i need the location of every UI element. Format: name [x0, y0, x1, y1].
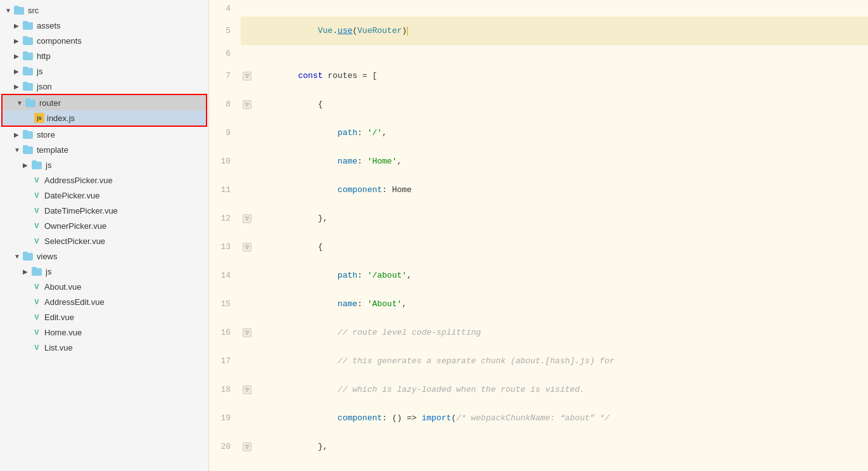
- folder-icon-src: [14, 6, 25, 15]
- line-num-18: 18: [209, 375, 241, 404]
- tree-item-json[interactable]: ▶ json: [0, 79, 208, 94]
- label-http: http: [37, 51, 51, 61]
- fold-marker-18[interactable]: ▽: [243, 385, 252, 394]
- code-content-10: name: 'Home',: [253, 147, 868, 176]
- fold-20[interactable]: ▽: [241, 432, 253, 461]
- fold-17: [241, 347, 253, 375]
- label-views: views: [37, 252, 58, 261]
- tree-item-addresspicker[interactable]: V AddressPicker.vue: [0, 172, 208, 188]
- code-line-19: 19 component: () => import(/* webpackChu…: [209, 404, 868, 432]
- vue-ref: Vue: [318, 26, 333, 35]
- file-tree[interactable]: ▼ src ▶ assets ▶ components ▶ http ▶ js …: [0, 0, 209, 471]
- arrow-template-js[interactable]: ▶: [23, 162, 32, 169]
- fold-marker-12[interactable]: ▽: [243, 214, 252, 223]
- line-num-12: 12: [209, 204, 241, 233]
- tree-item-components[interactable]: ▶ components: [0, 33, 208, 48]
- code-line-15: 15 name: 'About',: [209, 290, 868, 318]
- comment-lazy: // which is lazy-loaded when the route i…: [338, 385, 585, 394]
- code-line-12: 12 ▽ },: [209, 204, 868, 233]
- arrow-store[interactable]: ▶: [14, 131, 23, 138]
- tree-item-list[interactable]: V List.vue: [0, 340, 208, 355]
- tree-item-views-js[interactable]: ▶ js: [0, 264, 208, 279]
- line-num-21: 21: [209, 461, 241, 471]
- code-line-13: 13 ▽ {: [209, 233, 868, 261]
- tree-item-views[interactable]: ▼ views: [0, 248, 208, 264]
- code-editor[interactable]: 4 5 Vue.use(VueRouter) 6 7 ▽ const route…: [209, 0, 868, 471]
- tree-item-selectpicker[interactable]: V SelectPicker.vue: [0, 233, 208, 248]
- fold-7[interactable]: ▽: [241, 61, 253, 90]
- code-line-7: 7 ▽ const routes = [: [209, 61, 868, 90]
- code-content-15: name: 'About',: [253, 290, 868, 318]
- vue-icon-edit: V: [32, 312, 42, 322]
- folder-icon-json: [23, 82, 34, 91]
- tree-item-router[interactable]: ▼ router: [3, 95, 206, 110]
- label-datetimepicker: DateTimePicker.vue: [44, 206, 118, 216]
- folder-icon-js: [23, 67, 34, 75]
- arrow-json[interactable]: ▶: [14, 83, 23, 90]
- fold-marker-7[interactable]: ▽: [243, 72, 252, 81]
- label-addresspicker: AddressPicker.vue: [44, 176, 113, 185]
- tree-item-datepicker[interactable]: V DatePicker.vue: [0, 188, 208, 203]
- code-line-8: 8 ▽ {: [209, 90, 868, 119]
- fold-21[interactable]: ▽: [241, 461, 253, 471]
- folder-icon-components: [23, 36, 34, 45]
- code-content-6: [253, 45, 868, 61]
- arrow-views-js[interactable]: ▶: [23, 268, 32, 275]
- tree-item-home[interactable]: V Home.vue: [0, 325, 208, 340]
- tree-item-template[interactable]: ▼ template: [0, 142, 208, 157]
- fold-4: [241, 0, 253, 16]
- arrow-assets[interactable]: ▶: [14, 22, 23, 29]
- tree-item-ownerpicker[interactable]: V OwnerPicker.vue: [0, 218, 208, 233]
- code-table: 4 5 Vue.use(VueRouter) 6 7 ▽ const route…: [209, 0, 868, 471]
- fold-marker-20[interactable]: ▽: [243, 442, 252, 451]
- fold-18[interactable]: ▽: [241, 375, 253, 404]
- tree-item-addressedit[interactable]: V AddressEdit.vue: [0, 294, 208, 309]
- code-content-9: path: '/',: [253, 119, 868, 147]
- code-line-16: 16 ▽ // route level code-splitting: [209, 318, 868, 347]
- arrow-http[interactable]: ▶: [14, 53, 23, 60]
- fold-12[interactable]: ▽: [241, 204, 253, 233]
- path-about-val: '/about': [367, 271, 407, 280]
- tree-item-about[interactable]: V About.vue: [0, 279, 208, 294]
- arrow-views[interactable]: ▼: [14, 253, 23, 260]
- fold-13[interactable]: ▽: [241, 233, 253, 261]
- arrow-router[interactable]: ▼: [16, 100, 25, 106]
- webpack-comment: /* webpackChunkName: “about” */: [456, 413, 610, 423]
- fold-marker-16[interactable]: ▽: [243, 328, 252, 337]
- tree-item-http[interactable]: ▶ http: [0, 48, 208, 63]
- fold-marker-8[interactable]: ▽: [243, 100, 252, 109]
- code-line-5: 5 Vue.use(VueRouter): [209, 16, 868, 45]
- label-ownerpicker: OwnerPicker.vue: [44, 221, 106, 231]
- label-datepicker: DatePicker.vue: [44, 191, 99, 200]
- import-fn: import: [421, 413, 451, 423]
- line-num-7: 7: [209, 61, 241, 90]
- tree-item-src[interactable]: ▼ src: [0, 3, 208, 18]
- tree-item-template-js[interactable]: ▶ js: [0, 157, 208, 172]
- folder-icon-assets: [23, 21, 34, 30]
- arrow-template[interactable]: ▼: [14, 146, 23, 153]
- vue-icon-datepicker: V: [32, 190, 42, 200]
- path-root-val: '/': [367, 128, 382, 138]
- code-content-17: // this generates a separate chunk (abou…: [253, 347, 868, 375]
- tree-item-assets[interactable]: ▶ assets: [0, 18, 208, 33]
- component-prop: component: [338, 185, 382, 195]
- arrow-js[interactable]: ▶: [14, 68, 23, 75]
- tree-item-js[interactable]: ▶ js: [0, 63, 208, 79]
- fold-8[interactable]: ▽: [241, 90, 253, 119]
- path-about-prop: path: [338, 271, 357, 280]
- line-num-8: 8: [209, 90, 241, 119]
- label-template-js: js: [46, 160, 51, 170]
- tree-item-store[interactable]: ▶ store: [0, 127, 208, 142]
- label-router: router: [39, 98, 61, 108]
- folder-icon-views: [23, 252, 34, 261]
- label-json: json: [37, 82, 52, 91]
- fold-marker-13[interactable]: ▽: [243, 243, 252, 252]
- arrow-src[interactable]: ▼: [5, 7, 14, 14]
- label-js: js: [37, 67, 42, 76]
- tree-item-datetimepicker[interactable]: V DateTimePicker.vue: [0, 203, 208, 218]
- label-router-index: index.js: [47, 113, 75, 123]
- tree-item-router-index[interactable]: js index.js: [3, 110, 206, 126]
- tree-item-edit[interactable]: V Edit.vue: [0, 309, 208, 325]
- fold-16[interactable]: ▽: [241, 318, 253, 347]
- arrow-components[interactable]: ▶: [14, 37, 23, 44]
